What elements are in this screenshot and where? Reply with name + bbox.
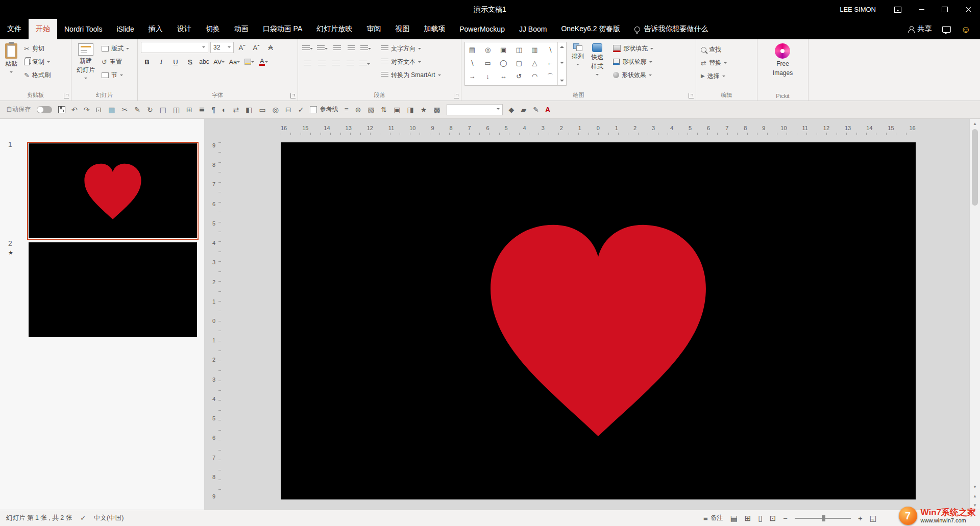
decrease-indent-button[interactable]	[331, 43, 343, 54]
tool-icon[interactable]: ▭	[259, 106, 266, 114]
tool-icon[interactable]: ≣	[199, 106, 205, 114]
align-center-button[interactable]	[315, 58, 328, 69]
shape-icon[interactable]: ◫	[514, 46, 524, 54]
strikethrough-button[interactable]: abc	[198, 56, 210, 67]
feedback-smiley-icon[interactable]: ☺	[961, 24, 971, 34]
scrollbar-thumb[interactable]	[972, 129, 978, 206]
tool-icon[interactable]: ◨	[407, 106, 414, 114]
maximize-button[interactable]	[933, 0, 957, 19]
shape-icon[interactable]: ◎	[483, 46, 493, 54]
tool-icon[interactable]: ≡	[344, 106, 348, 114]
tool-icon[interactable]: ✂	[121, 106, 128, 114]
convert-smartart-button[interactable]: 转换为 SmartArt	[379, 69, 443, 81]
shape-icon[interactable]: ↔	[498, 72, 508, 82]
qat-style-combo[interactable]	[447, 104, 503, 115]
shape-icon[interactable]: ◯	[498, 59, 508, 67]
justify-button[interactable]	[344, 58, 356, 69]
slide-1-thumbnail[interactable]	[29, 143, 197, 238]
shape-icon[interactable]: ⌒	[545, 72, 555, 82]
scroll-down-icon[interactable]: ▼	[970, 482, 980, 491]
gallery-scroll-up-icon[interactable]	[560, 44, 564, 48]
scroll-up-icon[interactable]: ▲	[970, 119, 980, 128]
italic-button[interactable]: I	[155, 56, 167, 67]
zoom-slider[interactable]	[795, 518, 851, 519]
quick-styles-button[interactable]: 快速 样式	[589, 42, 605, 90]
shrink-font-button[interactable]: Aˇ	[250, 42, 262, 53]
tool-icon[interactable]: ⊟	[285, 106, 291, 114]
font-name-combo[interactable]	[141, 42, 208, 53]
reading-view-button[interactable]: ▯	[758, 514, 762, 522]
tool-icon[interactable]: ◎	[273, 106, 279, 114]
shape-icon[interactable]: ◠	[529, 72, 540, 82]
shape-icon[interactable]: →	[467, 72, 477, 82]
find-button[interactable]: 查找	[699, 44, 754, 55]
grow-font-button[interactable]: Aˆ	[236, 42, 248, 53]
zoom-slider-thumb[interactable]	[822, 515, 825, 521]
tool-icon[interactable]: ✓	[298, 106, 304, 114]
redo-icon[interactable]: ↷	[84, 106, 90, 114]
section-button[interactable]: 节	[100, 69, 131, 81]
shape-fill-button[interactable]: 形状填充	[611, 43, 655, 54]
slide-sorter-view-button[interactable]: ⊞	[745, 514, 751, 522]
guides-checkbox[interactable]	[310, 106, 317, 113]
font-size-combo[interactable]: 32	[210, 42, 234, 53]
shape-icon[interactable]: ↓	[483, 72, 493, 82]
comments-icon[interactable]	[942, 26, 951, 33]
tool-icon[interactable]: ⇅	[381, 106, 387, 114]
previous-slide-icon[interactable]: ▲	[970, 491, 980, 500]
text-shadow-button[interactable]: S	[184, 56, 196, 67]
tab-home[interactable]: 开始	[29, 19, 57, 39]
tool-icon[interactable]: ◐	[222, 106, 226, 114]
tool-icon[interactable]: ⊞	[186, 106, 192, 114]
slide-counter[interactable]: 幻灯片 第 1 张 , 共 2 张	[6, 514, 72, 522]
shape-icon[interactable]: ▥	[529, 46, 540, 54]
tab-review[interactable]: 审阅	[359, 19, 388, 39]
font-color-tool-icon[interactable]: A	[545, 106, 550, 114]
tool-icon[interactable]: ✎	[134, 106, 140, 114]
tool-icon[interactable]: ▰	[521, 106, 526, 114]
shape-effects-button[interactable]: 形状效果	[611, 69, 655, 81]
tool-icon[interactable]: ▦	[108, 106, 115, 114]
tool-icon[interactable]: ⇄	[233, 106, 239, 114]
clear-formatting-button[interactable]: A	[264, 42, 277, 53]
zoom-out-button[interactable]: −	[783, 514, 788, 522]
shape-icon[interactable]: ▤	[467, 46, 477, 54]
shape-icon[interactable]: ▭	[483, 59, 493, 67]
guides-toggle[interactable]: 参考线	[310, 105, 338, 114]
columns-button[interactable]	[358, 58, 371, 69]
tab-insert[interactable]: 插入	[141, 19, 170, 39]
gallery-scroll-down-icon[interactable]	[560, 62, 564, 66]
change-case-button[interactable]: Aa	[228, 56, 241, 67]
format-painter-button[interactable]: ✎ 格式刷	[22, 69, 52, 81]
tab-addins[interactable]: 加载项	[416, 19, 452, 39]
normal-view-button[interactable]: ▤	[730, 514, 738, 522]
tool-icon[interactable]: ▤	[160, 106, 166, 114]
bullets-button[interactable]	[301, 43, 314, 54]
cut-button[interactable]: ✂ 剪切	[22, 43, 52, 54]
share-button[interactable]: 共享	[908, 24, 932, 34]
tab-design[interactable]: 设计	[170, 19, 199, 39]
tool-icon[interactable]: ◫	[173, 106, 180, 114]
tool-icon[interactable]: ⊡	[95, 106, 102, 114]
free-images-button[interactable]: Free Images	[771, 42, 795, 90]
replace-button[interactable]: ⇄ 替换	[699, 57, 754, 68]
language-button[interactable]: 中文(中国)	[94, 514, 124, 522]
tab-nordri-tools[interactable]: Nordri Tools	[57, 19, 109, 39]
tool-icon[interactable]: ◆	[509, 106, 514, 114]
text-highlight-button[interactable]	[243, 56, 255, 67]
tool-icon[interactable]: ▧	[368, 106, 374, 114]
drawing-dialog-launcher-icon[interactable]	[689, 93, 694, 98]
tab-animations[interactable]: 动画	[227, 19, 256, 39]
notes-button[interactable]: ≡ 备注	[703, 514, 723, 522]
tool-icon[interactable]: ▩	[433, 106, 440, 114]
paste-button[interactable]: 粘贴	[3, 42, 19, 90]
tell-me-box[interactable]: 告诉我你想要做什么	[627, 19, 715, 39]
slide-editing-surface[interactable]	[281, 142, 916, 499]
increase-indent-button[interactable]	[345, 43, 357, 54]
copy-button[interactable]: 复制	[22, 56, 52, 67]
tab-file[interactable]: 文件	[0, 19, 29, 39]
clipboard-dialog-launcher-icon[interactable]	[64, 93, 69, 98]
text-direction-button[interactable]: 文字方向	[379, 43, 443, 54]
slideshow-button[interactable]: ⊡	[770, 514, 776, 522]
slide-2-thumbnail[interactable]	[29, 242, 197, 337]
